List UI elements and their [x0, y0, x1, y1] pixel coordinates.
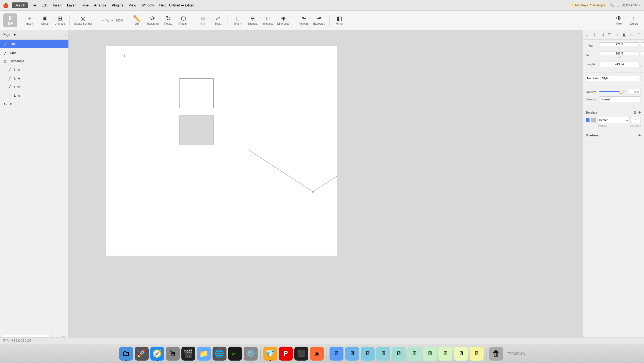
- dock-app-black[interactable]: ⬛: [294, 347, 308, 361]
- dock-screen-2[interactable]: 🖥: [345, 347, 359, 361]
- layer-item[interactable]: ╱ Line: [0, 40, 68, 48]
- dock-sketch[interactable]: 💎: [263, 347, 277, 361]
- layer-item[interactable]: ╱ Line: [0, 74, 68, 83]
- export-button[interactable]: ↑ Export: [627, 14, 641, 26]
- border-color-swatch[interactable]: [591, 118, 596, 122]
- layer-item[interactable]: ╱ Line: [0, 66, 68, 74]
- layer-item[interactable]: ╱ Line: [0, 48, 68, 57]
- align-center-h-button[interactable]: [592, 32, 598, 38]
- menu-arrange[interactable]: Arrange: [91, 2, 109, 8]
- page-selector[interactable]: Page 1 ▾: [3, 33, 16, 37]
- distribute-h-button[interactable]: [629, 32, 635, 38]
- transform-button[interactable]: ⟳ Transform: [145, 14, 160, 26]
- dock-dvd[interactable]: 🎬: [181, 347, 195, 361]
- menu-layer[interactable]: Layer: [64, 2, 79, 8]
- dock-screen-10[interactable]: 🖥: [470, 347, 484, 361]
- zoom-icon[interactable]: 🔍: [105, 19, 109, 22]
- view-button[interactable]: 👁 View: [612, 14, 626, 26]
- to-x-input[interactable]: [599, 52, 639, 55]
- union-button[interactable]: ⊔ Union: [230, 14, 244, 26]
- borders-gear-icon[interactable]: ⚙: [634, 111, 637, 115]
- rect-outline-shape[interactable]: [179, 78, 214, 108]
- layer-item[interactable]: ╱ Line: [0, 83, 68, 91]
- dock-screen-1[interactable]: 🖥: [330, 347, 343, 361]
- scale-button[interactable]: ⤢ Scale: [211, 14, 225, 26]
- dock-finder[interactable]: 🗂: [119, 347, 133, 361]
- dock-network[interactable]: 🌐: [213, 347, 226, 361]
- mirror-button[interactable]: ◧ Mirror: [332, 14, 346, 26]
- borders-add-button[interactable]: +: [638, 110, 641, 115]
- ungroup-button[interactable]: ⊞ Ungroup: [53, 14, 67, 26]
- blending-dropdown[interactable]: Normal ⌄: [599, 96, 641, 102]
- menu-edit[interactable]: Edit: [39, 2, 50, 8]
- shadows-add-button[interactable]: +: [638, 133, 641, 138]
- menu-window[interactable]: Window: [139, 2, 156, 8]
- menu-view[interactable]: View: [126, 2, 139, 8]
- align-bottom-button[interactable]: [621, 32, 628, 38]
- dock-system-prefs[interactable]: ⚙️: [244, 347, 258, 361]
- align-middle-button[interactable]: [614, 32, 620, 38]
- dock-app-p[interactable]: P: [279, 347, 293, 361]
- group-button[interactable]: ▣ Group: [38, 14, 52, 26]
- length-arrow-up[interactable]: ↑: [641, 61, 643, 64]
- dock-launchpad[interactable]: 🚀: [135, 347, 149, 361]
- menu-help[interactable]: Help: [156, 2, 169, 8]
- canvas[interactable]: 1t: [69, 30, 582, 344]
- sidebar-collapse-button[interactable]: ⊡: [63, 33, 66, 37]
- dock-screen-6[interactable]: 🖥: [407, 347, 421, 361]
- distribute-v-button[interactable]: [636, 32, 642, 38]
- align-left-button[interactable]: [584, 32, 591, 38]
- list-icon[interactable]: ☰: [617, 3, 620, 7]
- dock-screen-5[interactable]: 🖥: [392, 347, 406, 361]
- forward-button[interactable]: ⬑ Forward: [297, 14, 311, 26]
- layer-item[interactable]: ╌ Line: [0, 91, 68, 100]
- mask-button[interactable]: ⊗ Mask: [196, 14, 210, 26]
- subtract-button[interactable]: ⊖ Subtract: [246, 14, 259, 26]
- align-top-button[interactable]: [606, 32, 613, 38]
- intersect-button[interactable]: ⊓ Intersect: [261, 14, 275, 26]
- border-checkbox[interactable]: ✓: [586, 118, 590, 122]
- dock-screen-9[interactable]: 🖥: [454, 347, 468, 361]
- dock-terminal[interactable]: >_: [228, 347, 242, 361]
- border-position-dropdown[interactable]: Center ⌄: [598, 117, 630, 123]
- to-y-input[interactable]: [641, 52, 644, 55]
- menu-plugins[interactable]: Plugins: [109, 2, 126, 8]
- backward-button[interactable]: ⬏ Backward: [312, 14, 327, 26]
- insert-button[interactable]: ＋ Insert: [23, 14, 37, 26]
- trial-banner[interactable]: 1 Trial Days Remaining ▾: [570, 3, 608, 8]
- layer-item[interactable]: Aa 1t: [0, 100, 68, 108]
- dock-screen-4[interactable]: 🖥: [376, 347, 390, 361]
- menu-file[interactable]: File: [28, 2, 39, 8]
- create-symbol-button[interactable]: ◎ Create Symbol: [72, 14, 93, 26]
- align-right-button[interactable]: [599, 32, 605, 38]
- dock-trackpad[interactable]: 🖱: [166, 347, 180, 361]
- layer-item[interactable]: □ Rectangle 1: [0, 57, 68, 66]
- length-arrow-down[interactable]: ↓: [641, 64, 643, 67]
- opacity-input[interactable]: [629, 89, 641, 95]
- rect-filled-shape[interactable]: [179, 115, 214, 145]
- search-icon[interactable]: 🔍: [610, 3, 614, 7]
- from-y-input[interactable]: [641, 42, 644, 46]
- border-thickness-input[interactable]: [631, 117, 641, 123]
- dock-screen-8[interactable]: 🖥: [438, 347, 452, 361]
- dock-files[interactable]: 📁: [197, 347, 211, 361]
- difference-button[interactable]: ⊕ Difference: [276, 14, 291, 26]
- zoom-value[interactable]: 100%: [116, 19, 123, 22]
- dock-safari[interactable]: 🧭: [150, 347, 164, 361]
- zoom-plus-button[interactable]: +: [110, 17, 114, 23]
- dock-app-circle[interactable]: ◉: [310, 347, 324, 361]
- edit-button[interactable]: ✏️ Edit: [130, 14, 144, 26]
- dock-trash[interactable]: 🗑: [489, 347, 503, 361]
- zoom-minus-button[interactable]: −: [100, 17, 105, 23]
- menu-insert[interactable]: Insert: [50, 2, 64, 8]
- dock-screen-7[interactable]: 🖥: [423, 347, 437, 361]
- from-x-input[interactable]: [599, 42, 639, 46]
- opacity-slider[interactable]: [599, 91, 627, 92]
- flatten-button[interactable]: ⬡ Flatten: [176, 14, 190, 26]
- apple-menu[interactable]: 🍎: [3, 2, 9, 8]
- menu-type[interactable]: Type: [78, 2, 91, 8]
- dock-screen-3[interactable]: 🖥: [361, 347, 375, 361]
- menu-sketch[interactable]: Sketch: [12, 2, 28, 8]
- length-input[interactable]: [599, 61, 639, 67]
- shared-style-dropdown[interactable]: No Shared Style ⌄: [586, 75, 641, 81]
